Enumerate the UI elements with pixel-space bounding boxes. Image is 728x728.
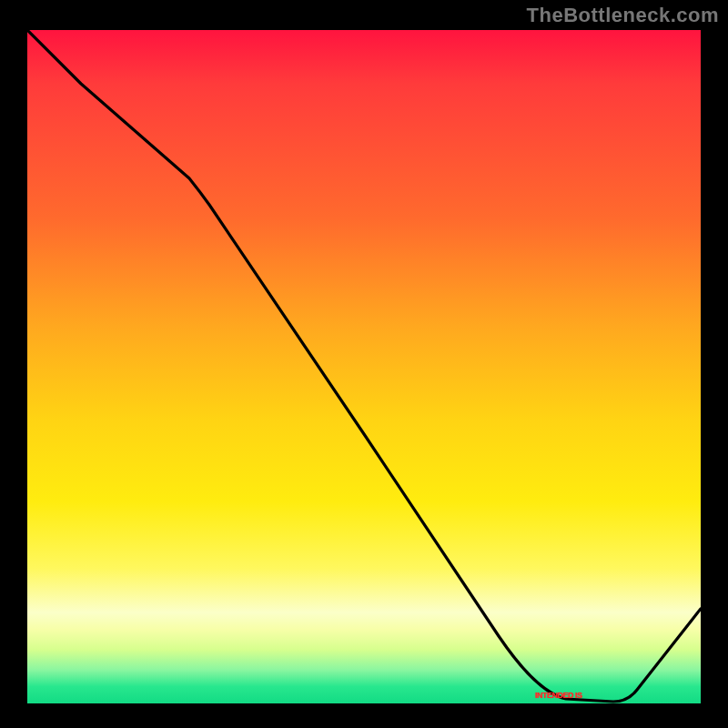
bottom-annotation-label: INTENDED IS	[535, 691, 582, 700]
line-chart-svg	[27, 30, 701, 703]
plot-area: INTENDED IS	[27, 30, 701, 703]
attribution-text: TheBottleneck.com	[527, 4, 719, 27]
curve-path	[27, 30, 701, 702]
chart-stage: TheBottleneck.com INTENDED IS	[0, 0, 728, 728]
